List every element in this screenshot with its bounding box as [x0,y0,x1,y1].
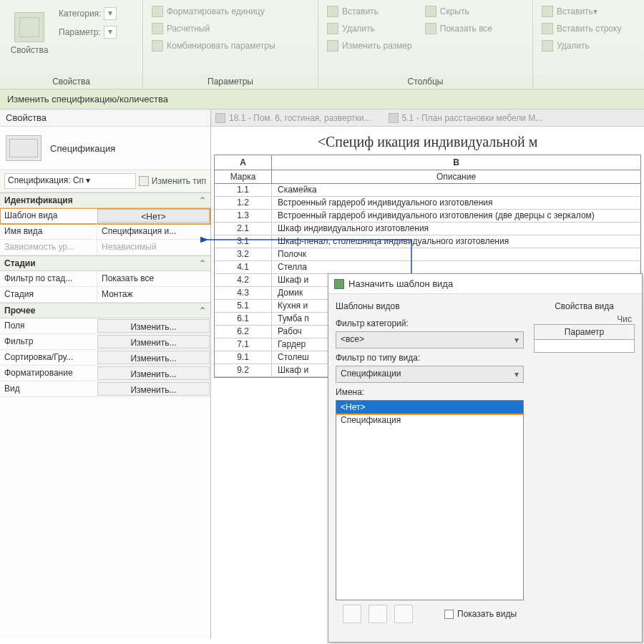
ribbon-toolbar: Свойства Категория:▾ Параметр:▾ Свойства… [0,0,644,89]
prop-appearance[interactable]: ВидИзменить... [0,381,210,397]
list-item[interactable]: <Нет> [336,401,523,414]
cell-mark[interactable]: 3.1 [215,235,272,248]
cell-mark[interactable]: 1.3 [215,210,272,222]
prop-formatting[interactable]: ФорматированиеИзменить... [0,366,210,381]
templates-heading: Шаблоны видов [336,301,524,311]
section-stages[interactable]: Стадии⌃ [0,255,210,271]
view-props-heading: Свойства вида [534,301,635,311]
prop-view-template[interactable]: Шаблон вида <Нет> [0,208,210,224]
cell-mark[interactable]: 4.2 [215,274,272,286]
show-views-checkbox[interactable]: Показать виды [444,609,517,619]
cell-mark[interactable]: 9.2 [215,364,272,376]
prop-view-name[interactable]: Имя вида Спецификация и... [0,224,210,240]
table-row[interactable]: 1.2Встроенный гардероб индивидуального и… [215,197,640,210]
table-row[interactable]: 2.1Шкаф индивидуального изготовления [215,223,640,235]
cell-mark[interactable]: 7.1 [215,338,272,351]
cell-mark[interactable]: 2.1 [215,223,272,235]
col-header-name[interactable]: Описание [272,170,640,183]
calculated-button[interactable]: Расчетный [152,20,275,37]
type-filter-select[interactable]: Спецификации [336,366,524,383]
view-tab[interactable]: 5.1 - План расстановки мебели М... [389,113,543,123]
cell-desc[interactable]: Стелла [272,261,640,273]
properties-button[interactable]: Свойства [4,3,54,64]
section-identification[interactable]: Идентификация⌃ [0,192,210,208]
insert-col-button[interactable]: Вставить [327,3,412,20]
type-selector[interactable]: Спецификация [50,143,115,154]
table-row[interactable]: 4.1Стелла [215,261,640,274]
cell-mark[interactable]: 4.3 [215,287,272,299]
cell-desc[interactable]: Шкаф индивидуального изготовления [272,223,640,235]
parameter-dropdown[interactable]: Параметр:▾ [59,24,117,40]
insert-row-button[interactable]: Вставить ▾ [542,3,621,20]
view-tab[interactable]: 18.1 - Пом. 6, гостиная, развертки... [215,113,371,123]
table-row[interactable]: 3.2Полочк [215,248,640,261]
list-item[interactable]: Спецификация [336,414,523,426]
prop-stage[interactable]: Стадия Монтаж [0,287,210,303]
category-filter-label: Фильтр категорий: [336,318,524,328]
showall-icon [425,23,436,34]
duplicate-template-button[interactable] [343,605,361,623]
section-other[interactable]: Прочее⌃ [0,303,210,318]
cell-desc[interactable]: Полочк [272,248,640,260]
calculated-icon [152,23,163,34]
instance-selector[interactable]: Спецификация: Сп ▾ [4,173,136,189]
view-tab-icon [389,113,399,123]
checkbox-icon [444,610,454,619]
col-header-name[interactable]: Марка [215,170,272,183]
view-tab-icon [215,113,225,123]
names-label: Имена: [336,387,524,397]
prop-filter[interactable]: ФильтрИзменить... [0,334,210,350]
hide-col-button[interactable]: Скрыть [425,3,492,20]
cell-desc[interactable]: Встроенный гардероб индивидуального изго… [272,197,640,209]
delete-template-button[interactable] [394,605,413,623]
insert-datarow-icon [542,23,553,34]
cell-mark[interactable]: 3.2 [215,248,272,260]
templates-listbox[interactable]: <Нет> Спецификация [336,400,524,600]
resize-col-button[interactable]: Изменить размер [327,37,412,54]
cell-mark[interactable]: 1.2 [215,197,272,209]
schedule-title: <Специф икация индивидуальной м [211,127,644,155]
combine-icon [152,40,163,52]
properties-panel-title: Свойства [0,109,210,127]
cell-desc[interactable]: Шкаф-пенал, столешница индивидуального и… [272,235,640,248]
insert-datarow-button[interactable]: Вставить строку [542,20,621,37]
table-row[interactable]: 1.1Скамейка [215,184,640,197]
edit-type-icon [139,176,149,186]
col-header-letter[interactable]: B [272,155,640,170]
col-header-letter[interactable]: A [215,155,272,170]
cell-mark[interactable]: 6.1 [215,313,272,325]
view-tabs: 18.1 - Пом. 6, гостиная, развертки... 5.… [211,109,644,127]
showall-col-button[interactable]: Показать все [425,20,492,37]
insert-icon [327,6,338,17]
table-row[interactable]: 1.3Встроенный гардероб индивидуального и… [215,210,640,223]
cell-mark[interactable]: 1.1 [215,184,272,196]
delete-col-button[interactable]: Удалить [327,20,412,37]
view-props-count-label: Чис [534,314,635,324]
cell-desc[interactable]: Встроенный гардероб индивидуального изго… [272,210,640,222]
ribbon-group-title: Столбцы [318,74,532,89]
cell-desc[interactable]: Скамейка [272,184,640,196]
prop-stage-filter[interactable]: Фильтр по стад... Показать все [0,271,210,287]
dialog-titlebar[interactable]: Назначить шаблон вида [328,274,642,294]
properties-label: Свойства [11,45,49,55]
delete-row-button[interactable]: Удалить [542,37,621,54]
ribbon-group-title: Параметры [143,74,318,89]
delete-row-icon [542,40,553,52]
ribbon-group-title: Свойства [0,74,142,89]
edit-type-button[interactable]: Изменить тип [139,176,206,186]
rename-template-button[interactable] [369,605,387,623]
cell-mark[interactable]: 5.1 [215,300,272,312]
cell-mark[interactable]: 9.1 [215,351,272,364]
category-filter-select[interactable]: <все> [336,331,524,348]
category-dropdown[interactable]: Категория:▾ [59,6,117,21]
cell-mark[interactable]: 6.2 [215,326,272,338]
assign-view-template-dialog: Назначить шаблон вида Шаблоны видов Филь… [328,273,643,643]
format-unit-button[interactable]: Форматировать единицу [152,3,275,20]
view-props-grid[interactable]: Параметр [534,324,635,353]
prop-sorting[interactable]: Сортировка/Гру...Изменить... [0,350,210,366]
type-filter-label: Фильтр по типу вида: [336,353,524,363]
table-row[interactable]: 3.1Шкаф-пенал, столешница индивидуальног… [215,235,640,248]
prop-fields[interactable]: ПоляИзменить... [0,318,210,334]
cell-mark[interactable]: 4.1 [215,261,272,273]
combine-params-button[interactable]: Комбинировать параметры [152,37,275,54]
